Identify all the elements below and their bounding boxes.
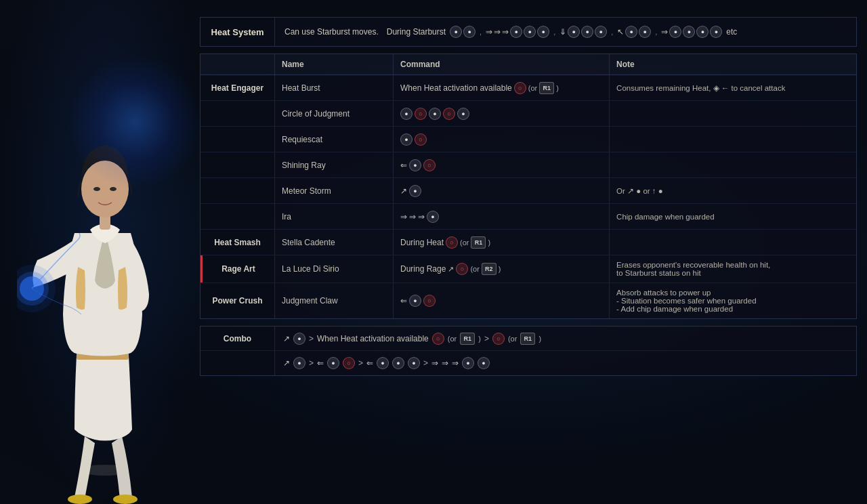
combo1-r1-2: R1 [520,333,535,345]
ira-dot1: ● [427,211,439,223]
dot3: ● [457,108,469,120]
table-row-ira: Ira ⇒ ⇒ ⇒ ● Chip damage when guarded [200,204,856,230]
ms-dot1: ● [409,185,421,197]
dot-icon-10: ● [639,26,651,38]
sr-arrow-left: ⇐ [400,161,407,170]
move-name-heat-burst: Heat Burst [275,75,394,100]
dot2: ● [429,108,441,120]
table-row-shining-ray: Shining Ray ⇐ ● ○ [200,152,856,178]
command-ira: ⇒ ⇒ ⇒ ● [394,204,610,229]
command-stella-cadente: During Heat ○ (or R1 ) [394,230,610,255]
heat-system-section: Heat System Can use Starburst moves. Dur… [200,17,857,47]
combo2-dot1: ● [293,357,305,369]
starburst-notation-1: ● ● [450,26,475,38]
note-stella-cadente [610,230,856,255]
combo1-r1-1: R1 [460,333,475,345]
cmd-text: When Heat activation available [400,83,512,93]
req-circle1: ○ [415,133,427,146]
dot-icon-6: ● [568,26,580,38]
main-content: Heat System Can use Starburst moves. Dur… [200,17,857,494]
combo1-close-2: ) [538,335,541,343]
comma-2: , [553,28,555,36]
dot-icon-8: ● [595,26,607,38]
comma-1: , [480,28,482,36]
combo1-arrow-upright: ↗ [283,334,290,343]
starburst-notation-3: ⇓ ● ● ● [559,26,607,38]
section-rage-art: Rage Art [200,255,275,282]
command-circle-judgment: ● ○ ● ○ ● [394,101,610,126]
arrow-down-1: ⇓ [559,27,566,37]
combo-row-2: ↗ ● > ⇐ ● ○ > ⇐ ● ● ● > ⇒ ⇒ ⇒ ● ● [200,351,856,375]
combo-content-1: ↗ ● > When Heat activation available ○ (… [275,327,856,350]
dot-icon-13: ● [696,26,709,38]
combo1-or-2: (or [508,335,517,343]
hs-or: (or [460,238,469,247]
note-meteor-storm: Or ↗ ● or ↑ ● [610,178,856,203]
command-judgment-claw: ⇐ ● ○ [394,283,610,318]
dot-icon-2: ● [463,26,475,38]
hs-r1: R1 [471,236,486,249]
move-name-stella-cadente: Stella Cadente [275,230,394,255]
ra-during-text: During Rage [400,264,446,274]
section-empty-5 [200,204,275,229]
dot-icon-14: ● [710,26,722,38]
sr-circle1: ○ [423,159,436,171]
combo2-dot7: ● [478,357,490,369]
th-move-name: Name [275,54,394,75]
ra-circle1: ○ [456,263,468,275]
table-header: Name Command Note [200,54,856,75]
svg-point-10 [113,495,138,504]
note-ira: Chip damage when guarded [610,204,856,229]
combo2-dot4: ● [392,357,404,369]
combo2-gt1: > [309,358,314,368]
heat-system-label: Heat System [200,18,275,46]
svg-point-4 [93,187,100,191]
comma-4: , [655,28,657,36]
comma-3: , [611,28,613,36]
ra-r2: R2 [482,263,496,275]
combo-label-2 [200,351,275,375]
sr-dot1: ● [409,159,421,171]
character-silhouette [17,30,193,504]
ira-arrow3: ⇒ [418,212,425,222]
move-name-requiescat: Requiescat [275,127,394,152]
ra-or: (or [470,265,479,273]
command-heat-burst: When Heat activation available ○ (or R1 … [394,75,610,100]
combo2-dot3: ● [377,357,389,369]
circle2: ○ [443,108,455,120]
combo-section: Combo ↗ ● > When Heat activation availab… [200,326,857,376]
section-empty-4 [200,178,275,203]
note-circle-judgment [610,101,856,126]
svg-point-5 [110,187,117,191]
ra-arrow-upright: ↗ [448,265,454,274]
pc-dot1: ● [409,295,421,307]
table-row-rage-art: Rage Art La Luce Di Sirio During Rage ↗ … [200,255,856,283]
combo2-arrow-r1: ⇒ [431,358,438,368]
combo2-arrow-left: ⇐ [317,358,324,368]
note-judgment-claw: Absorb attacks to power up - Situation b… [610,283,856,318]
section-empty-2 [200,127,275,152]
move-name-ira: Ira [275,204,394,229]
note-shining-ray [610,152,856,177]
combo2-circle1: ○ [343,357,355,369]
combo1-circle1: ○ [432,333,444,345]
th-name [200,54,275,75]
combo2-gt3: > [423,358,428,368]
table-row-requiescat: Requiescat ● ○ [200,127,856,152]
pc-circle1: ○ [423,295,436,307]
ms-arrow-upright: ↗ [400,186,407,196]
heat-during-label: During Starburst [387,27,446,37]
hs-circle1: ○ [446,236,458,249]
combo1-gt2: > [484,334,489,343]
th-note: Note [610,54,856,75]
ra-close: ) [499,265,501,273]
svg-point-3 [81,161,129,217]
note-la-luce: Erases opponent's recoverable health on … [610,255,856,282]
move-name-circle-judgment: Circle of Judgment [275,101,394,126]
combo-row-1: Combo ↗ ● > When Heat activation availab… [200,327,856,351]
ira-arrow2: ⇒ [409,212,416,222]
combo1-gt1: > [309,334,314,343]
move-name-shining-ray: Shining Ray [275,152,394,177]
dot-icon-3: ● [510,26,522,38]
starburst-notation-4: ↖ ● ● [617,26,651,38]
